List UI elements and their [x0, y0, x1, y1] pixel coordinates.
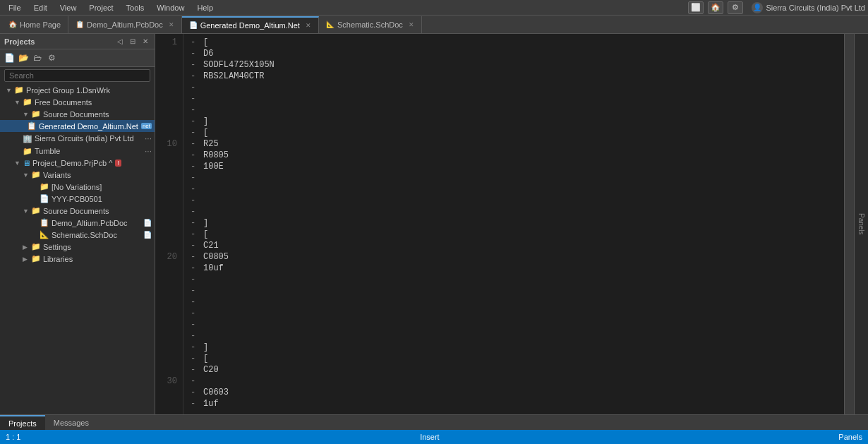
tree-item-generated-net[interactable]: 📋 Generated Demo_Altium.Net net: [0, 120, 155, 132]
sidebar: Projects ◁ ⊟ ✕ 📄 📂 🗁 ⚙ ▼ 📁 Project Group…: [0, 34, 155, 414]
line-number: [155, 353, 177, 364]
code-line: -[: [191, 127, 844, 138]
folder-icon: 📁: [31, 109, 41, 119]
tree-item-no-variations[interactable]: 📁 [No Variations]: [0, 181, 155, 193]
tab-pcb-label: Demo_Altium.PcbDoc: [87, 20, 163, 29]
line-number: [155, 285, 177, 296]
project-tree: ▼ 📁 Project Group 1.DsnWrk ▼ 📁 Free Docu…: [0, 84, 155, 414]
line-content: D6: [203, 48, 213, 59]
line-number: [155, 127, 177, 138]
tab-sch-close[interactable]: ✕: [409, 21, 414, 28]
line-marker: -: [191, 342, 198, 353]
tree-item-free-docs[interactable]: ▼ 📁 Free Documents: [0, 96, 155, 108]
line-number: [155, 82, 177, 93]
tree-label-generated-net: Generated Demo_Altium.Net: [39, 122, 138, 131]
home-icon-btn[interactable]: 🏠: [708, 1, 723, 14]
panels-button[interactable]: Panels: [854, 34, 868, 414]
folder-icon: 📁: [31, 254, 41, 263]
tab-sch[interactable]: 📐 Schematic.SchDoc ✕: [319, 16, 422, 33]
tab-home[interactable]: 🏠 Home Page: [1, 16, 68, 33]
tree-item-pcbdoc[interactable]: 📋 Demo_Altium.PcbDoc 📄: [0, 217, 155, 229]
menu-help[interactable]: Help: [191, 2, 219, 13]
tab-net-close[interactable]: ✕: [306, 22, 311, 29]
tree-item-settings[interactable]: ▶ 📁 Settings: [0, 241, 155, 253]
tree-label-source-docs: Source Documents: [43, 207, 109, 215]
bottom-tab-messages[interactable]: Messages: [45, 415, 97, 430]
main-area: Projects ◁ ⊟ ✕ 📄 📂 🗁 ⚙ ▼ 📁 Project Group…: [0, 34, 868, 414]
tree-arrow: ▶: [23, 256, 31, 263]
code-line: -RBS2LAM40CTR: [191, 71, 844, 82]
scrollbar-right[interactable]: [844, 34, 854, 414]
tree-label-yyy: YYY-PCB0501: [52, 195, 102, 203]
monitor-icon-btn[interactable]: ⬜: [688, 1, 704, 14]
tree-label-settings: Settings: [43, 243, 71, 251]
dot-menu-tumble[interactable]: ···: [145, 146, 152, 156]
menu-project[interactable]: Project: [83, 2, 119, 13]
open-icon[interactable]: 📂: [17, 52, 30, 64]
line-marker: -: [191, 59, 198, 71]
menu-edit[interactable]: Edit: [28, 2, 53, 13]
status-right: Panels: [838, 433, 862, 441]
line-number: [155, 59, 177, 71]
code-line: -: [191, 195, 844, 206]
bottom-tab-projects[interactable]: Projects: [0, 415, 45, 430]
tree-item-tumble[interactable]: 📁 Tumble ···: [0, 145, 155, 157]
tab-pcb-close[interactable]: ✕: [169, 21, 174, 28]
menu-file[interactable]: File: [3, 2, 27, 13]
menu-tools[interactable]: Tools: [121, 2, 150, 13]
line-marker: -: [191, 93, 198, 104]
sidebar-shrink-btn[interactable]: ◁: [115, 37, 125, 46]
code-line: -]: [191, 217, 844, 229]
dot-menu-sierra[interactable]: ···: [145, 133, 152, 143]
line-marker: -: [191, 217, 198, 229]
tree-item-project-group[interactable]: ▼ 📁 Project Group 1.DsnWrk: [0, 84, 155, 96]
tab-pcb[interactable]: 📋 Demo_Altium.PcbDoc ✕: [68, 16, 182, 33]
tree-item-source-docs-free[interactable]: ▼ 📁 Source Documents: [0, 108, 155, 120]
code-line: -: [191, 285, 844, 296]
line-number: [155, 161, 177, 172]
search-input[interactable]: [4, 69, 150, 82]
code-content[interactable]: -[-D6-SODFL4725X105N-RBS2LAM40CTR----]-[…: [183, 34, 844, 414]
sidebar-close-btn[interactable]: ✕: [140, 37, 150, 46]
tree-label-tumble: Tumble: [35, 147, 60, 155]
line-number: 1: [155, 37, 177, 48]
home-tab-icon: 🏠: [8, 20, 17, 28]
code-line: -100E: [191, 161, 844, 172]
code-line: -: [191, 172, 844, 184]
folder-icon[interactable]: 🗁: [31, 52, 44, 64]
tree-item-yyy-pcb[interactable]: 📄 YYY-PCB0501: [0, 193, 155, 205]
folder-icon: 📁: [31, 242, 41, 251]
tree-item-sierra[interactable]: 🏢 Sierra Circuits (India) Pvt Ltd ···: [0, 132, 155, 145]
tree-item-schdoc[interactable]: 📐 Schematic.SchDoc 📄: [0, 229, 155, 241]
line-marker: -: [191, 82, 198, 93]
line-content: [: [203, 127, 208, 138]
tree-item-project-demo[interactable]: ▼ 🖥 Project_Demo.PrjPcb ^ !: [0, 157, 155, 169]
line-number: [155, 296, 177, 308]
sch-tab-icon: 📐: [326, 20, 334, 28]
panels-status[interactable]: Panels: [838, 433, 862, 441]
proj-icon: 🖥: [23, 159, 30, 167]
line-number: [155, 387, 177, 398]
line-marker: -: [191, 308, 198, 319]
tree-item-source-docs-proj[interactable]: ▼ 📁 Source Documents: [0, 205, 155, 217]
settings-icon-btn[interactable]: ⚙: [728, 1, 743, 14]
line-marker: -: [191, 251, 198, 263]
code-line: -[: [191, 37, 844, 48]
tree-item-variants[interactable]: ▼ 📁 Variants: [0, 169, 155, 181]
menu-window[interactable]: Window: [151, 2, 190, 13]
tab-net[interactable]: 📄 Generated Demo_Altium.Net ✕: [182, 16, 319, 33]
gear-icon[interactable]: ⚙: [45, 52, 58, 64]
tree-label-variants: Variants: [43, 171, 71, 179]
user-info: 👤 Sierra Circuits (India) Pvt Ltd: [752, 2, 865, 13]
tab-net-label: Generated Demo_Altium.Net: [200, 21, 300, 30]
tree-item-libraries[interactable]: ▶ 📁 Libraries: [0, 253, 155, 265]
line-content: ]: [203, 342, 208, 353]
menu-view[interactable]: View: [54, 2, 83, 13]
line-number: [155, 342, 177, 353]
new-doc-icon[interactable]: 📄: [3, 52, 16, 64]
line-content: ]: [203, 217, 208, 229]
sidebar-float-btn[interactable]: ⊟: [128, 37, 138, 46]
line-marker: -: [191, 172, 198, 184]
folder-icon: 📁: [31, 206, 41, 215]
line-content: [: [203, 37, 208, 48]
